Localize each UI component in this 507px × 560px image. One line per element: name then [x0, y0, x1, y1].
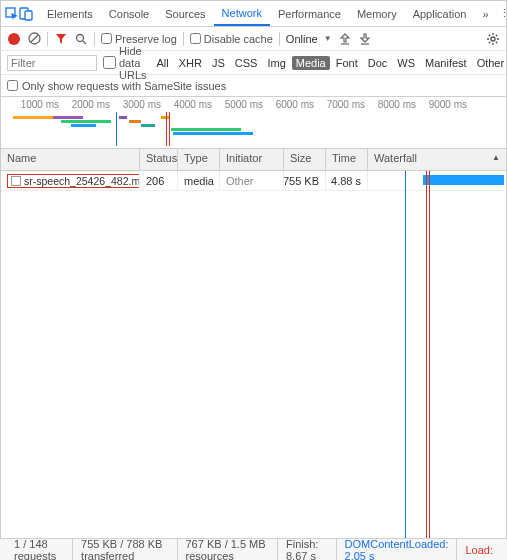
- clear-icon[interactable]: [27, 32, 41, 46]
- status-resources: 767 KB / 1.5 MB resources: [178, 538, 278, 561]
- col-waterfall-label: Waterfall: [374, 152, 417, 164]
- tabs-overflow-icon[interactable]: »: [474, 1, 496, 26]
- table-row[interactable]: sr-speech_25426_482.mp4 206 media Other …: [1, 171, 506, 191]
- samesite-label: Only show requests with SameSite issues: [22, 80, 226, 92]
- tab-memory[interactable]: Memory: [349, 1, 405, 26]
- timeline-body: [1, 112, 506, 146]
- col-waterfall[interactable]: Waterfall▲: [368, 149, 506, 170]
- disable-cache-checkbox[interactable]: Disable cache: [190, 33, 273, 45]
- cell-waterfall: [368, 171, 506, 190]
- filter-ws[interactable]: WS: [393, 56, 419, 70]
- status-finish: Finish: 8.67 s: [278, 538, 337, 561]
- status-load: Load:: [457, 544, 501, 556]
- col-time[interactable]: Time: [326, 149, 368, 170]
- tab-performance[interactable]: Performance: [270, 1, 349, 26]
- network-toolbar: Preserve log Disable cache Online ▼: [1, 27, 506, 51]
- tick: 6000 ms: [266, 99, 314, 110]
- preserve-log-checkbox[interactable]: Preserve log: [101, 33, 177, 45]
- download-icon[interactable]: [358, 32, 372, 46]
- divider: [94, 32, 95, 46]
- kebab-menu-icon[interactable]: ⋮: [497, 7, 507, 20]
- cell-name: sr-speech_25426_482.mp4: [1, 171, 140, 190]
- status-bar: 1 / 148 requests 755 KB / 788 KB transfe…: [0, 538, 507, 560]
- hide-data-urls-checkbox[interactable]: Hide data URLs: [103, 45, 147, 81]
- filter-img[interactable]: Img: [263, 56, 289, 70]
- tab-sources[interactable]: Sources: [157, 1, 213, 26]
- filter-input[interactable]: [7, 55, 97, 71]
- svg-point-5: [77, 34, 84, 41]
- timeline-ticks: 1000 ms 2000 ms 3000 ms 4000 ms 5000 ms …: [1, 97, 506, 110]
- col-initiator[interactable]: Initiator: [220, 149, 284, 170]
- throttle-select[interactable]: Online: [286, 33, 318, 45]
- samesite-checkbox[interactable]: [7, 80, 18, 91]
- cell-type: media: [178, 171, 220, 190]
- hide-data-urls-label: Hide data URLs: [119, 45, 147, 81]
- tick: 3000 ms: [113, 99, 161, 110]
- tick: 1000 ms: [11, 99, 59, 110]
- filter-font[interactable]: Font: [332, 56, 362, 70]
- dropdown-caret-icon[interactable]: ▼: [324, 34, 332, 43]
- request-name: sr-speech_25426_482.mp4: [24, 175, 140, 187]
- tick: 7000 ms: [317, 99, 365, 110]
- tab-application[interactable]: Application: [405, 1, 475, 26]
- record-button[interactable]: [7, 32, 21, 46]
- waterfall-bar: [423, 175, 504, 185]
- settings-gear-icon[interactable]: [486, 32, 500, 46]
- status-transferred: 755 KB / 788 KB transferred: [73, 538, 177, 561]
- svg-line-6: [83, 41, 86, 44]
- upload-icon[interactable]: [338, 32, 352, 46]
- tab-network[interactable]: Network: [214, 1, 270, 26]
- col-status[interactable]: Status: [140, 149, 178, 170]
- filter-all[interactable]: All: [153, 56, 173, 70]
- tick: 4000 ms: [164, 99, 212, 110]
- status-dcl: DOMContentLoaded: 2.05 s: [337, 538, 458, 561]
- tick: 8000 ms: [368, 99, 416, 110]
- tick: 9000 ms: [419, 99, 467, 110]
- svg-rect-2: [25, 11, 32, 20]
- timeline-overview[interactable]: 1000 ms 2000 ms 3000 ms 4000 ms 5000 ms …: [1, 97, 506, 149]
- preserve-log-label: Preserve log: [115, 33, 177, 45]
- tab-elements[interactable]: Elements: [39, 1, 101, 26]
- disable-cache-label: Disable cache: [204, 33, 273, 45]
- col-name[interactable]: Name: [1, 149, 140, 170]
- filter-xhr[interactable]: XHR: [175, 56, 206, 70]
- cell-initiator: Other: [220, 171, 284, 190]
- svg-line-4: [31, 35, 38, 42]
- device-toggle-icon[interactable]: [19, 7, 33, 21]
- tick: 5000 ms: [215, 99, 263, 110]
- panel-tabs: Elements Console Sources Network Perform…: [39, 1, 497, 26]
- grid-body: sr-speech_25426_482.mp4 206 media Other …: [1, 171, 506, 544]
- filter-js[interactable]: JS: [208, 56, 229, 70]
- type-filters: All XHR JS CSS Img Media Font Doc WS Man…: [153, 56, 508, 70]
- cell-time: 4.88 s: [326, 171, 368, 190]
- sort-asc-icon: ▲: [492, 153, 500, 162]
- filter-css[interactable]: CSS: [231, 56, 262, 70]
- filter-doc[interactable]: Doc: [364, 56, 392, 70]
- samesite-row: Only show requests with SameSite issues: [1, 75, 506, 97]
- tick: 2000 ms: [62, 99, 110, 110]
- svg-point-9: [491, 37, 495, 41]
- divider: [47, 32, 48, 46]
- filter-bar: Hide data URLs All XHR JS CSS Img Media …: [1, 51, 506, 75]
- col-size[interactable]: Size: [284, 149, 326, 170]
- file-icon: [11, 176, 21, 186]
- status-requests: 1 / 148 requests: [6, 538, 73, 561]
- filter-media[interactable]: Media: [292, 56, 330, 70]
- cell-size: 755 KB: [284, 171, 326, 190]
- divider: [279, 32, 280, 46]
- cell-status: 206: [140, 171, 178, 190]
- filter-toggle-icon[interactable]: [54, 32, 68, 46]
- inspect-icon[interactable]: [5, 7, 19, 21]
- divider: [183, 32, 184, 46]
- devtools-topbar: Elements Console Sources Network Perform…: [1, 1, 506, 27]
- filter-other[interactable]: Other: [473, 56, 507, 70]
- tab-console[interactable]: Console: [101, 1, 157, 26]
- search-icon[interactable]: [74, 32, 88, 46]
- topbar-right: ⋮ ✕: [497, 7, 507, 20]
- col-type[interactable]: Type: [178, 149, 220, 170]
- filter-manifest[interactable]: Manifest: [421, 56, 471, 70]
- grid-header: Name Status Type Initiator Size Time Wat…: [1, 149, 506, 171]
